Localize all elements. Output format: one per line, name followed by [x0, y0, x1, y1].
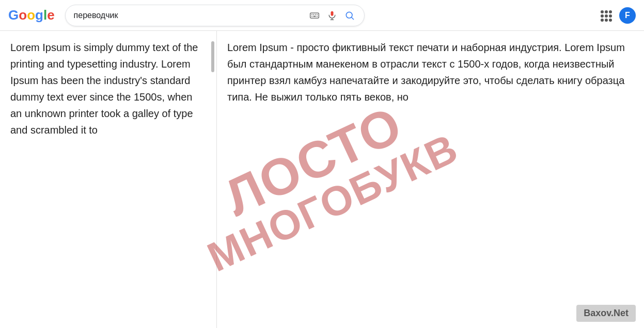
logo-l: l	[43, 7, 47, 23]
right-panel: Lorem Ipsum - просто фиктивный текст печ…	[217, 31, 644, 328]
baxov-watermark: Baxov.Net	[576, 305, 636, 322]
logo-g: G	[8, 7, 19, 23]
top-bar: Google	[0, 0, 644, 31]
logo-o2: o	[27, 7, 35, 23]
svg-rect-5	[311, 15, 312, 17]
svg-rect-7	[317, 15, 318, 17]
grid-apps-icon[interactable]	[601, 10, 611, 21]
top-right: F	[601, 7, 636, 24]
avatar[interactable]: F	[619, 7, 636, 24]
grid-dot	[605, 14, 608, 18]
svg-rect-1	[311, 14, 312, 15]
logo-g2: g	[35, 7, 43, 23]
google-logo: Google	[8, 7, 55, 23]
grid-dot	[601, 19, 604, 22]
main-content: Lorem Ipsum is simply dummy text of the …	[0, 31, 644, 328]
svg-rect-6	[313, 15, 316, 17]
grid-dot	[601, 14, 604, 18]
svg-rect-2	[313, 14, 314, 15]
search-icons	[308, 9, 356, 22]
scroll-indicator	[211, 41, 214, 72]
microphone-icon[interactable]	[326, 9, 338, 22]
grid-dot	[601, 10, 604, 13]
grid-dot	[605, 10, 608, 13]
svg-rect-0	[310, 13, 319, 18]
search-input[interactable]	[74, 11, 304, 20]
search-icon[interactable]	[343, 9, 356, 22]
grid-dot	[609, 14, 612, 18]
grid-dot	[609, 19, 612, 22]
svg-line-12	[351, 17, 353, 19]
svg-rect-4	[317, 14, 318, 15]
keyboard-icon[interactable]	[308, 9, 321, 22]
left-panel: Lorem Ipsum is simply dummy text of the …	[0, 31, 217, 328]
search-bar[interactable]	[65, 5, 365, 26]
grid-dot	[609, 10, 612, 13]
logo-e: e	[47, 7, 54, 23]
logo-o1: o	[19, 7, 27, 23]
grid-dot	[605, 19, 608, 22]
translated-text: Lorem Ipsum - просто фиктивный текст печ…	[227, 39, 634, 105]
source-text: Lorem Ipsum is simply dummy text of the …	[10, 39, 206, 138]
svg-rect-8	[331, 11, 333, 15]
svg-rect-3	[315, 14, 316, 15]
